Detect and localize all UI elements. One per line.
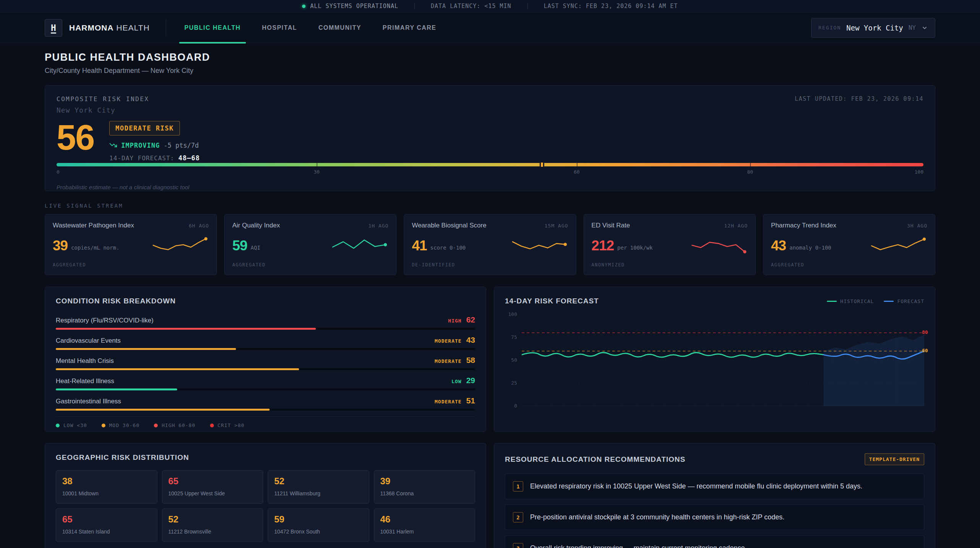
recommendation-text: Elevated respiratory risk in 10025 Upper… bbox=[530, 482, 862, 490]
tab-community[interactable]: COMMUNITY bbox=[316, 13, 364, 43]
brand-logo: H bbox=[45, 19, 62, 37]
condition-row-heat: Heat-Related Illness LOW 29 bbox=[56, 376, 475, 390]
primary-nav: PUBLIC HEALTH HOSPITAL COMMUNITY PRIMARY… bbox=[182, 13, 439, 43]
separator bbox=[414, 3, 415, 9]
tab-label: PUBLIC HEALTH bbox=[184, 24, 241, 31]
condition-name: Mental Health Crisis bbox=[56, 357, 114, 365]
condition-name: Cardiovascular Events bbox=[56, 337, 121, 345]
condition-bar bbox=[56, 409, 270, 411]
sparkline-chart bbox=[152, 235, 209, 257]
legend-forecast: FORECAST bbox=[884, 298, 924, 304]
signal-unit: copies/mL norm. bbox=[71, 245, 119, 251]
privacy-tag: AGGREGATED bbox=[53, 262, 209, 268]
status-bar: ALL SYSTEMS OPERATIONAL DATA LATENCY: <1… bbox=[0, 0, 980, 13]
region-label: REGION bbox=[818, 25, 841, 31]
y-axis-labels: 100 75 50 25 0 bbox=[505, 314, 522, 406]
legend-label: HISTORICAL bbox=[840, 298, 874, 304]
resources-title: RESOURCE ALLOCATION RECOMMENDATIONS bbox=[505, 455, 686, 464]
brand-light: HEALTH bbox=[116, 23, 150, 32]
gauge-marker bbox=[540, 161, 544, 168]
legend-label: MOD 30-60 bbox=[109, 422, 139, 428]
signal-name: ED Visit Rate bbox=[592, 222, 630, 229]
condition-row-gastrointestinal: Gastrointestinal Illness MODERATE 51 bbox=[56, 396, 475, 411]
signal-section-label: LIVE SIGNAL STREAM bbox=[45, 203, 935, 209]
trend-detail: -5 pts/7d bbox=[163, 142, 199, 149]
condition-value: 62 bbox=[466, 315, 475, 324]
zip-label: 11212 Brownsville bbox=[168, 529, 257, 535]
signal-card-air-quality: Air Quality Index1H AGO 59 AQI AGGREGATE… bbox=[224, 214, 396, 275]
y-tick: 50 bbox=[511, 357, 517, 363]
zip-risk-value: 65 bbox=[62, 514, 151, 525]
zip-label: 10472 Bronx South bbox=[274, 529, 363, 535]
signal-updated-ago: 3H AGO bbox=[907, 223, 927, 229]
condition-risk-card: CONDITION RISK BREAKDOWN Respiratory (Fl… bbox=[45, 287, 486, 432]
risk-gauge-bar bbox=[57, 163, 923, 166]
tab-hospital[interactable]: HOSPITAL bbox=[260, 13, 299, 43]
logo-letter: H bbox=[51, 23, 56, 33]
signal-card-wastewater: Wastewater Pathogen Index6H AGO 39 copie… bbox=[45, 214, 217, 275]
disclaimer: Probabilistic estimate — not a clinical … bbox=[57, 184, 189, 190]
sparkline-chart bbox=[331, 235, 388, 257]
region-code: NY bbox=[909, 24, 916, 31]
recommendation-number: 3 bbox=[513, 543, 523, 548]
privacy-tag: ANONYMIZED bbox=[592, 262, 748, 268]
zip-label: 11211 Williamsburg bbox=[274, 490, 363, 496]
last-sync-text: LAST SYNC: FEB 23, 2026 09:14 AM ET bbox=[544, 3, 678, 10]
recommendation-1: 1 Elevated respiratory risk in 10025 Upp… bbox=[505, 474, 924, 499]
zip-tile-10025: 6510025 Upper West Side bbox=[162, 470, 264, 504]
signal-unit: per 100k/wk bbox=[617, 245, 653, 251]
region-selector[interactable]: REGION New York City NY bbox=[811, 18, 935, 38]
zip-tile-11368: 3911368 Corona bbox=[374, 470, 475, 504]
signal-value: 39 bbox=[53, 238, 68, 254]
last-sync: LAST SYNC: FEB 23, 2026 09:14 AM ET bbox=[544, 3, 678, 10]
legend-dot-icon bbox=[102, 424, 105, 427]
forecast-plot-area: 80 60 bbox=[522, 314, 924, 406]
forecast-title: 14-DAY RISK FORECAST bbox=[505, 297, 599, 305]
y-tick: 25 bbox=[511, 380, 517, 386]
zip-risk-value: 65 bbox=[168, 476, 257, 487]
forecast-card: 14-DAY RISK FORECAST HISTORICAL FORECAST… bbox=[494, 287, 935, 432]
region-value: New York City bbox=[846, 24, 903, 32]
brand-name: HARMONA HEALTH bbox=[69, 23, 150, 32]
threshold-80-label: 80 bbox=[922, 329, 935, 335]
signal-value: 43 bbox=[771, 238, 786, 254]
legend-label: CRIT >80 bbox=[218, 422, 245, 428]
logo-underscore bbox=[51, 32, 56, 34]
signal-unit: score 0-100 bbox=[430, 245, 466, 251]
condition-value: 29 bbox=[466, 376, 475, 385]
zip-label: 10031 Harlem bbox=[380, 529, 469, 535]
condition-value: 58 bbox=[466, 356, 475, 365]
geography-title: GEOGRAPHIC RISK DISTRIBUTION bbox=[56, 453, 475, 462]
condition-bar bbox=[56, 328, 316, 330]
severity-label: MODERATE bbox=[435, 338, 462, 344]
zip-tile-11211: 5211211 Williamsburg bbox=[268, 470, 369, 504]
severity-label: MODERATE bbox=[435, 399, 462, 405]
forecast-label: 14-DAY FORECAST: bbox=[109, 155, 174, 162]
gauge-notch-60 bbox=[577, 163, 577, 166]
signal-name: Pharmacy Trend Index bbox=[771, 222, 836, 229]
condition-row-mental-health: Mental Health Crisis MODERATE 58 bbox=[56, 356, 475, 370]
signal-value: 59 bbox=[232, 238, 247, 254]
recommendation-2: 2 Pre-position antiviral stockpile at 3 … bbox=[505, 504, 924, 530]
tab-primary-care[interactable]: PRIMARY CARE bbox=[380, 13, 439, 43]
zip-risk-value: 52 bbox=[274, 476, 363, 487]
forecast-legend: HISTORICAL FORECAST bbox=[827, 298, 924, 304]
tab-public-health[interactable]: PUBLIC HEALTH bbox=[182, 13, 243, 43]
recommendation-list: 1 Elevated respiratory risk in 10025 Upp… bbox=[505, 474, 924, 548]
signal-name: Air Quality Index bbox=[232, 222, 280, 229]
main-content: PUBLIC HEALTH DASHBOARD City/County Heal… bbox=[0, 52, 980, 548]
zip-tile-11212: 5211212 Brownsville bbox=[162, 508, 264, 542]
legend-dot-icon bbox=[210, 424, 214, 427]
trend-word: IMPROVING bbox=[121, 142, 160, 149]
condition-bar bbox=[56, 348, 236, 350]
condition-row-cardiovascular: Cardiovascular Events MODERATE 43 bbox=[56, 335, 475, 350]
legend-high: HIGH 60-80 bbox=[154, 422, 195, 428]
recommendation-text: Pre-position antiviral stockpile at 3 co… bbox=[530, 513, 784, 521]
separator bbox=[527, 3, 528, 9]
active-tab-underline bbox=[179, 42, 246, 44]
legend-dot-icon bbox=[154, 424, 158, 427]
threshold-60-label: 60 bbox=[922, 348, 935, 353]
composite-city: New York City bbox=[57, 106, 923, 114]
zip-label: 10314 Staten Island bbox=[62, 529, 151, 535]
condition-bar bbox=[56, 368, 299, 370]
